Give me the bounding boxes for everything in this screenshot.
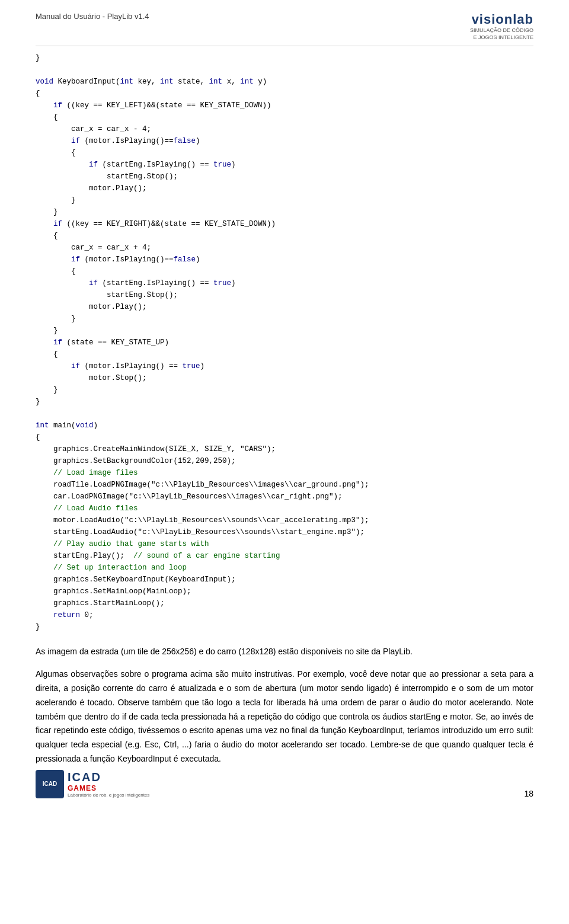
paragraph-2: Algumas observações sobre o programa aci… [36, 667, 533, 766]
footer-logo: ICAD ICAD GAMES Laboratório de rob. e jo… [36, 770, 149, 798]
logo-text: visionlab [472, 12, 533, 27]
page-number: 18 [524, 789, 533, 798]
logo-subtitle: SIMULAÇÃO DE CÓDIGOE JOGOS INTELIGENTE [470, 27, 533, 41]
page-container: Manual do Usuário - PlayLib v1.4 visionl… [0, 0, 569, 810]
paragraph-1: As imagem da estrada (um tile de 256x256… [36, 645, 533, 659]
footer-games-text: GAMES [68, 784, 149, 792]
page-footer: ICAD ICAD GAMES Laboratório de rob. e jo… [36, 770, 533, 798]
logo-area: visionlab SIMULAÇÃO DE CÓDIGOE JOGOS INT… [470, 12, 533, 41]
footer-icad-text: ICAD [68, 770, 149, 784]
header-title: Manual do Usuário - PlayLib v1.4 [36, 12, 149, 21]
page-header: Manual do Usuário - PlayLib v1.4 visionl… [36, 12, 533, 46]
code-block: } void KeyboardInput(int key, int state,… [36, 52, 533, 633]
footer-logo-sub: Laboratório de rob. e jogos inteligentes [68, 792, 149, 798]
icad-logo-icon: ICAD [36, 770, 64, 798]
